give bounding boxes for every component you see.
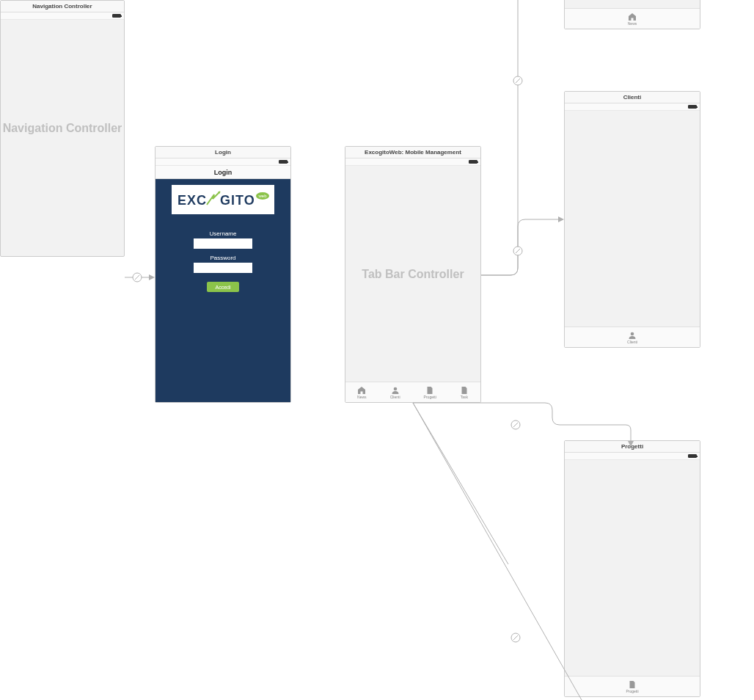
- svg-line-18: [513, 635, 518, 640]
- tab-bar: Progetti: [565, 676, 700, 696]
- status-bar: [345, 158, 480, 166]
- svg-point-9: [513, 76, 522, 85]
- battery-icon: [688, 454, 697, 458]
- scene-title: Navigation Controller: [1, 1, 124, 12]
- password-label: Password: [210, 255, 235, 261]
- username-label: Username: [210, 230, 237, 237]
- svg-point-11: [513, 247, 522, 255]
- tab-bar: News Clienti Progetti Task: [345, 382, 480, 402]
- scene-title: ExcogitoWeb: Mobile Management: [345, 147, 480, 158]
- segue-tabbar-to-clienti: [481, 216, 569, 282]
- svg-point-17: [511, 633, 520, 642]
- status-bar: [155, 158, 290, 166]
- svg-line-10: [516, 79, 520, 83]
- home-icon: [357, 386, 366, 395]
- scene-title: Progetti: [565, 441, 700, 453]
- svg-text:EXC: EXC: [177, 193, 207, 208]
- home-icon: [628, 12, 637, 21]
- tab-label: News: [628, 21, 637, 26]
- scene-clienti: Clienti Clienti: [564, 91, 700, 348]
- tab-label: Progetti: [424, 395, 436, 399]
- placeholder-label: Tab Bar Controller: [362, 268, 464, 281]
- battery-icon: [688, 105, 697, 109]
- tab-label: Progetti: [626, 689, 638, 693]
- svg-line-7: [135, 275, 139, 280]
- battery-icon: [469, 160, 477, 164]
- tab-news[interactable]: News: [357, 386, 367, 399]
- user-icon: [628, 331, 637, 340]
- document-icon: [628, 680, 637, 689]
- nav-bar-title: Login: [155, 166, 290, 179]
- tab-bar: News: [565, 8, 700, 29]
- scene-home: News: [564, 0, 700, 29]
- placeholder-label: Navigation Controller: [3, 122, 122, 135]
- status-bar: [565, 103, 700, 111]
- scene-login: Login Login EXC GITO web Username Passwo…: [155, 146, 291, 403]
- segue-tabbar-to-home: [481, 0, 569, 279]
- scene-progetti: Progetti Progetti: [564, 440, 700, 697]
- svg-point-6: [133, 273, 142, 282]
- tab-label: News: [357, 395, 367, 399]
- tab-progetti[interactable]: Progetti: [626, 680, 638, 693]
- svg-point-14: [511, 420, 520, 429]
- document-icon: [460, 386, 469, 395]
- tab-news[interactable]: News: [628, 12, 637, 26]
- scene-title: Clienti: [565, 92, 700, 103]
- segue-nav-to-login: [125, 271, 155, 283]
- scene-title: Login: [155, 147, 290, 158]
- svg-marker-13: [558, 216, 564, 222]
- status-bar: [565, 453, 700, 460]
- svg-marker-8: [149, 274, 155, 280]
- tab-clienti[interactable]: Clienti: [627, 331, 637, 344]
- tab-progetti[interactable]: Progetti: [424, 386, 436, 399]
- svg-text:web: web: [257, 194, 267, 198]
- battery-icon: [112, 14, 121, 18]
- tab-task[interactable]: Task: [460, 386, 469, 399]
- status-bar: [1, 12, 124, 20]
- scene-navigation-controller: Navigation Controller Navigation Control…: [0, 0, 125, 257]
- username-input[interactable]: [194, 238, 252, 249]
- tab-bar: Clienti: [565, 327, 700, 347]
- login-button[interactable]: Accedi: [207, 282, 239, 292]
- login-form: EXC GITO web Username Password Accedi: [155, 179, 290, 402]
- tab-clienti[interactable]: Clienti: [390, 386, 400, 399]
- svg-line-12: [516, 249, 520, 253]
- svg-text:GITO: GITO: [220, 193, 255, 208]
- user-icon: [391, 386, 400, 395]
- svg-line-15: [513, 423, 518, 427]
- logo: EXC GITO web: [172, 185, 274, 214]
- tab-label: Clienti: [627, 340, 637, 344]
- scene-tab-bar-controller: ExcogitoWeb: Mobile Management Tab Bar C…: [345, 146, 481, 403]
- battery-icon: [279, 160, 288, 164]
- password-input[interactable]: [194, 263, 252, 273]
- document-icon: [425, 386, 434, 395]
- tab-label: Clienti: [390, 395, 400, 399]
- tab-label: Task: [461, 395, 468, 399]
